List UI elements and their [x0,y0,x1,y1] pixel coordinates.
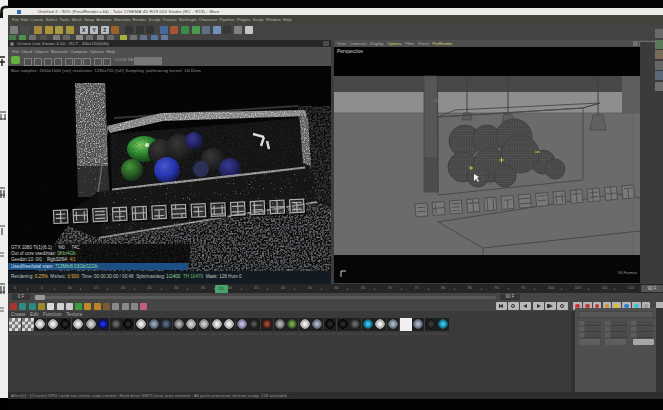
svg-text:Perspective: Perspective [337,48,363,54]
svg-text:Max samples: 2000x1000 (set): Max samples: 2000x1000 (set) resolution:… [11,68,201,73]
svg-text:90 Frames: 90 Frames [618,270,637,275]
